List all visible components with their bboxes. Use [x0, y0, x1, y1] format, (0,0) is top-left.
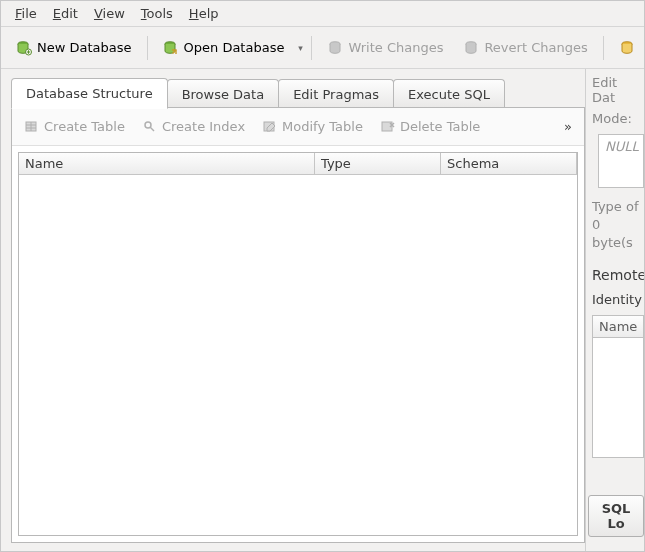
- menu-tools[interactable]: Tools: [133, 3, 181, 24]
- new-database-button[interactable]: New Database: [7, 35, 141, 61]
- menubar: File Edit View Tools Help: [1, 1, 644, 27]
- tab-bar: Database Structure Browse Data Edit Prag…: [11, 77, 585, 107]
- delete-table-button: Delete Table: [374, 114, 487, 139]
- table-modify-icon: [263, 120, 277, 134]
- toolbar-separator: [603, 36, 604, 60]
- main-toolbar: New Database Open Database ▾ Write Chang…: [1, 27, 644, 69]
- table-delete-icon: [381, 120, 395, 134]
- menu-edit[interactable]: Edit: [45, 3, 86, 24]
- structure-toolbar-overflow[interactable]: »: [558, 117, 578, 136]
- cell-type-info: Type of: [592, 198, 644, 216]
- structure-table-header: Name Type Schema: [19, 153, 577, 175]
- new-database-label: New Database: [37, 40, 132, 55]
- database-write-icon: [327, 40, 343, 56]
- column-header-schema[interactable]: Schema: [441, 153, 577, 174]
- database-icon: [619, 40, 635, 56]
- database-open-icon: [163, 40, 179, 56]
- main-split: Database Structure Browse Data Edit Prag…: [1, 69, 644, 551]
- column-header-type[interactable]: Type: [315, 153, 441, 174]
- database-new-icon: [16, 40, 32, 56]
- create-index-button: Create Index: [136, 114, 252, 139]
- database-revert-icon: [463, 40, 479, 56]
- revert-changes-label: Revert Changes: [484, 40, 587, 55]
- remote-panel-title: Remote: [592, 267, 644, 283]
- menu-view[interactable]: View: [86, 3, 133, 24]
- tab-execute-sql[interactable]: Execute SQL: [393, 79, 505, 108]
- revert-changes-button: Revert Changes: [454, 35, 596, 61]
- remote-name-header[interactable]: Name: [592, 315, 644, 338]
- write-changes-button: Write Changes: [318, 35, 452, 61]
- right-side-panel: Edit Dat Mode: NULL Type of 0 byte(s Rem…: [585, 69, 644, 551]
- mode-label: Mode:: [592, 111, 644, 126]
- index-create-icon: [143, 120, 157, 134]
- tab-database-structure-body: Create Table Create Index Modify Table D…: [11, 107, 585, 543]
- open-database-dropdown[interactable]: ▾: [295, 36, 305, 60]
- structure-toolbar: Create Table Create Index Modify Table D…: [12, 108, 584, 146]
- modify-table-button: Modify Table: [256, 114, 370, 139]
- structure-table: Name Type Schema: [18, 152, 578, 536]
- edit-cell-panel-title: Edit Dat: [592, 75, 644, 105]
- menu-help[interactable]: Help: [181, 3, 227, 24]
- menu-file[interactable]: File: [7, 3, 45, 24]
- tab-browse-data[interactable]: Browse Data: [167, 79, 280, 108]
- left-pane: Database Structure Browse Data Edit Prag…: [1, 69, 585, 551]
- truncated-toolbar-button[interactable]: [610, 35, 636, 61]
- write-changes-label: Write Changes: [348, 40, 443, 55]
- toolbar-separator: [147, 36, 148, 60]
- remote-name-list: [592, 338, 644, 458]
- open-database-label: Open Database: [184, 40, 285, 55]
- svg-line-11: [150, 127, 154, 131]
- cell-value-editor[interactable]: NULL: [598, 134, 644, 188]
- column-header-name[interactable]: Name: [19, 153, 315, 174]
- tab-database-structure[interactable]: Database Structure: [11, 78, 168, 109]
- toolbar-separator: [311, 36, 312, 60]
- cell-size-info: 0 byte(s: [592, 216, 644, 252]
- identity-label: Identity: [592, 291, 644, 309]
- open-database-button[interactable]: Open Database: [154, 35, 294, 61]
- create-table-button: Create Table: [18, 114, 132, 139]
- table-create-icon: [25, 120, 39, 134]
- tab-edit-pragmas[interactable]: Edit Pragmas: [278, 79, 394, 108]
- sql-log-button[interactable]: SQL Lo: [588, 495, 644, 537]
